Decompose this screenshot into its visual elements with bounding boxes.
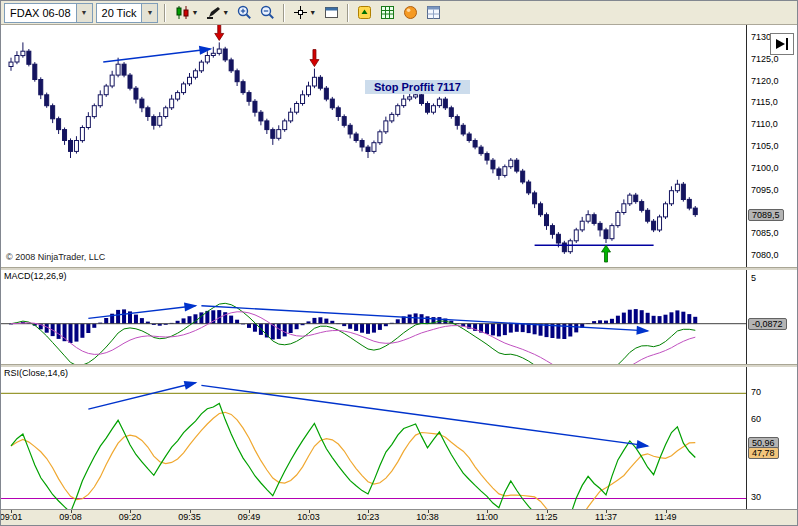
price-axis-label: 7080,0 xyxy=(751,250,779,260)
crosshair-icon xyxy=(293,5,308,20)
time-axis-label: 09:49 xyxy=(238,512,261,522)
copyright-text: © 2008 NinjaTrader, LLC xyxy=(6,252,105,262)
chevron-down-icon[interactable]: ▼ xyxy=(76,4,92,22)
instrument-selector[interactable]: FDAX 06-08 ▼ xyxy=(4,3,93,23)
time-axis-label: 11:37 xyxy=(595,512,617,522)
price-axis-label: 7120,0 xyxy=(751,76,779,86)
drawing-tools-button[interactable]: ▼ xyxy=(203,3,232,23)
chevron-down-icon[interactable]: ▼ xyxy=(141,4,157,22)
chart-area[interactable]: Stop Proffit 7117 © 2008 NinjaTrader, LL… xyxy=(1,25,797,509)
orange-ball-icon xyxy=(403,5,418,20)
chart-properties-button[interactable] xyxy=(423,3,444,23)
time-axis-label: 09:20 xyxy=(119,512,142,522)
time-axis-label: 11:25 xyxy=(536,512,558,522)
price-axis-label: 7085,0 xyxy=(751,228,779,238)
price-axis-label: 7100,0 xyxy=(751,163,779,173)
rsi-axis-label: 30 xyxy=(751,492,761,502)
rsi-chart-canvas[interactable] xyxy=(1,367,746,509)
play-icon xyxy=(776,39,785,49)
zoom-in-button[interactable] xyxy=(234,3,255,23)
panel-splitter[interactable] xyxy=(1,267,797,270)
macd-chart-canvas[interactable] xyxy=(1,270,746,364)
macd-panel[interactable]: MACD(12,26,9) xyxy=(1,270,797,364)
candlestick-icon xyxy=(175,5,190,20)
interval-selector[interactable]: 20 Tick ▼ xyxy=(96,3,159,23)
last-price-marker: 7089,5 xyxy=(748,209,784,221)
go-to-end-button[interactable] xyxy=(770,33,794,55)
time-axis-label: 11:00 xyxy=(476,512,498,522)
price-axis-label: 7105,0 xyxy=(751,141,779,151)
time-axis[interactable]: 09:0109:0809:2009:3509:4910:0310:2310:38… xyxy=(1,509,797,525)
instrument-value: FDAX 06-08 xyxy=(5,7,76,19)
rsi-panel[interactable]: RSI(Close,14,6) xyxy=(1,367,797,509)
chevron-down-icon: ▼ xyxy=(191,9,198,16)
time-axis-label: 10:03 xyxy=(297,512,320,522)
grid-window-icon xyxy=(426,5,441,20)
interval-value: 20 Tick xyxy=(97,7,142,19)
zoom-out-icon xyxy=(260,5,275,20)
pen-icon xyxy=(206,5,221,20)
window-icon xyxy=(324,5,339,20)
price-axis-label: 7115,0 xyxy=(751,97,778,107)
stop-profit-annotation[interactable]: Stop Proffit 7117 xyxy=(365,80,470,94)
price-panel[interactable]: Stop Proffit 7117 © 2008 NinjaTrader, LL… xyxy=(1,25,797,267)
rsi-indicator-label: RSI(Close,14,6) xyxy=(4,368,68,378)
toolbar-separator xyxy=(283,4,285,22)
crosshair-button[interactable]: ▼ xyxy=(290,3,319,23)
spreadsheet-icon xyxy=(380,5,395,20)
macd-axis-label: 5 xyxy=(751,273,756,283)
time-axis-label: 10:23 xyxy=(357,512,380,522)
price-chart-canvas[interactable] xyxy=(1,25,746,267)
toolbar-button-group: ▼▼▼ xyxy=(172,3,444,23)
export-data-button[interactable] xyxy=(377,3,398,23)
price-axis-label: 7095,0 xyxy=(751,185,779,195)
macd-value-marker: -0,0872 xyxy=(748,318,787,330)
zoom-out-button[interactable] xyxy=(257,3,278,23)
time-axis-label: 11:49 xyxy=(655,512,677,522)
chart-trader-button[interactable] xyxy=(354,3,375,23)
end-bar-icon xyxy=(786,38,788,50)
chart-trader-icon xyxy=(357,5,372,20)
chevron-down-icon: ▼ xyxy=(309,9,316,16)
price-axis-label: 7110,0 xyxy=(751,119,778,129)
panel-splitter[interactable] xyxy=(1,364,797,367)
rsi-axis-label: 60 xyxy=(751,414,761,424)
ninjatrader-chart-window: FDAX 06-08 ▼ 20 Tick ▼ ▼▼▼ Stop Proffit … xyxy=(0,0,798,526)
toolbar-separator xyxy=(347,4,349,22)
rsi-axis-label: 70 xyxy=(751,387,761,397)
toolbar-separator xyxy=(164,4,166,22)
alerts-button[interactable] xyxy=(400,3,421,23)
data-box-button[interactable] xyxy=(321,3,342,23)
time-axis-label: 10:38 xyxy=(416,512,439,522)
rsi-avg-value-marker: 47,78 xyxy=(748,447,779,459)
toolbar: FDAX 06-08 ▼ 20 Tick ▼ ▼▼▼ xyxy=(1,1,797,25)
macd-indicator-label: MACD(12,26,9) xyxy=(4,271,67,281)
chart-style-button[interactable]: ▼ xyxy=(172,3,201,23)
zoom-in-icon xyxy=(237,5,252,20)
time-axis-label: 09:01 xyxy=(0,512,22,522)
price-axis-label: 7125,0 xyxy=(751,54,779,64)
chevron-down-icon: ▼ xyxy=(222,9,229,16)
time-axis-label: 09:08 xyxy=(59,512,82,522)
time-axis-label: 09:35 xyxy=(178,512,201,522)
